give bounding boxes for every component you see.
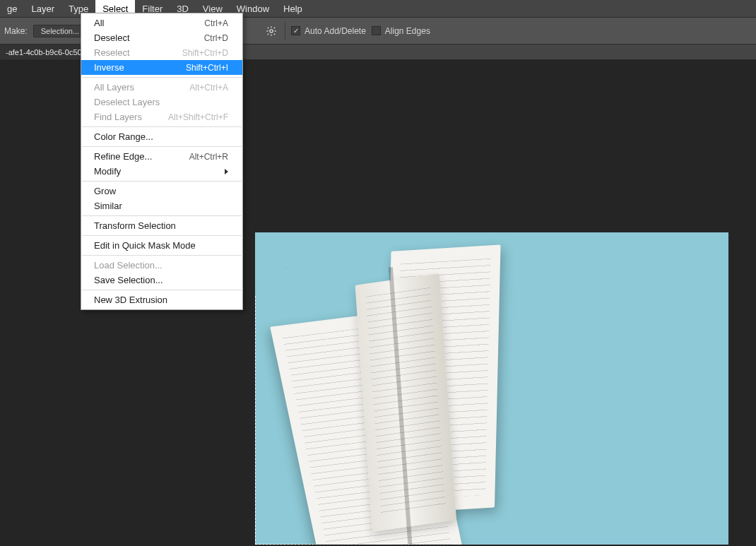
menu-item-deselect-layers: Deselect Layers [81,95,242,109]
menu-divider [82,146,242,147]
menu-item-shortcut: Shift+Ctrl+D [182,48,228,58]
menu-divider [82,235,242,236]
menu-item-refine-edge[interactable]: Refine Edge...Alt+Ctrl+R [81,149,242,164]
menu-item-label: Edit in Quick Mask Mode [94,240,196,251]
menu-item-load-selection: Load Selection... [81,258,242,273]
menu-divider [82,215,242,216]
menu-item-label: Find Layers [94,112,142,122]
chevron-right-icon [225,169,228,174]
menu-item-label: Transform Selection [94,220,176,231]
menu-item-find-layers: Find LayersAlt+Shift+Ctrl+F [81,109,242,124]
menu-item-edit-in-quick-mask-mode[interactable]: Edit in Quick Mask Mode [81,238,242,253]
menu-item-shortcut: Ctrl+A [204,18,228,28]
menu-item-label: Color Range... [94,131,153,142]
make-label: Make: [4,26,28,36]
make-selection-button[interactable]: Selection... [33,25,87,37]
menu-item-label: Modify [94,166,121,177]
svg-point-0 [270,29,273,32]
checkbox-icon[interactable] [291,26,300,35]
menu-item-label: Reselect [94,47,130,58]
menu-image[interactable]: ge [0,0,24,17]
menu-item-label: Load Selection... [94,260,163,271]
menu-item-label: Refine Edge... [94,151,152,162]
menu-item-label: Save Selection... [94,275,163,285]
menu-item-new-3d-extrusion[interactable]: New 3D Extrusion [81,292,242,307]
separator [285,23,285,40]
menu-item-deselect[interactable]: DeselectCtrl+D [81,30,242,45]
align-edges-option[interactable]: Align Edges [372,26,430,36]
gear-icon[interactable] [264,23,279,39]
menu-divider [82,290,242,290]
menu-item-all-layers: All LayersAlt+Ctrl+A [81,80,242,95]
menu-item-shortcut: Ctrl+D [204,33,228,43]
menu-item-label: New 3D Extrusion [94,295,167,305]
select-menu-dropdown: AllCtrl+ADeselectCtrl+DReselectShift+Ctr… [81,13,243,310]
canvas[interactable] [255,232,728,545]
menu-item-shortcut: Alt+Ctrl+R [189,152,228,162]
menu-item-label: Deselect Layers [94,97,160,107]
menu-divider [82,181,242,182]
menu-item-inverse[interactable]: InverseShift+Ctrl+I [81,60,242,75]
menu-layer[interactable]: Layer [24,0,61,17]
menu-item-label: Grow [94,186,116,196]
menu-item-label: All Layers [94,82,134,93]
menu-item-modify[interactable]: Modify [81,164,242,179]
menu-item-all[interactable]: AllCtrl+A [81,16,242,30]
menu-item-grow[interactable]: Grow [81,184,242,198]
menu-divider [82,126,242,127]
document-tab[interactable]: -afe1-4c0b-b9c6-0c50 [0,44,88,59]
auto-add-delete-option[interactable]: Auto Add/Delete [291,26,366,36]
menu-item-reselect: ReselectShift+Ctrl+D [81,45,242,60]
menu-item-transform-selection[interactable]: Transform Selection [81,218,242,233]
menu-divider [82,77,242,78]
menu-item-save-selection[interactable]: Save Selection... [81,273,242,287]
menu-divider [82,255,242,256]
menu-item-label: All [94,18,104,28]
align-edges-label: Align Edges [385,26,430,36]
menu-item-label: Similar [94,201,122,211]
menu-item-shortcut: Shift+Ctrl+I [186,63,228,73]
menu-item-color-range[interactable]: Color Range... [81,129,242,144]
menu-item-label: Deselect [94,32,130,43]
menu-item-label: Inverse [94,62,124,73]
menu-item-shortcut: Alt+Shift+Ctrl+F [168,112,228,122]
menu-help[interactable]: Help [276,0,309,17]
menu-item-similar[interactable]: Similar [81,198,242,213]
auto-add-delete-label: Auto Add/Delete [305,26,366,36]
menu-item-shortcut: Alt+Ctrl+A [189,83,228,93]
checkbox-icon[interactable] [372,26,381,35]
